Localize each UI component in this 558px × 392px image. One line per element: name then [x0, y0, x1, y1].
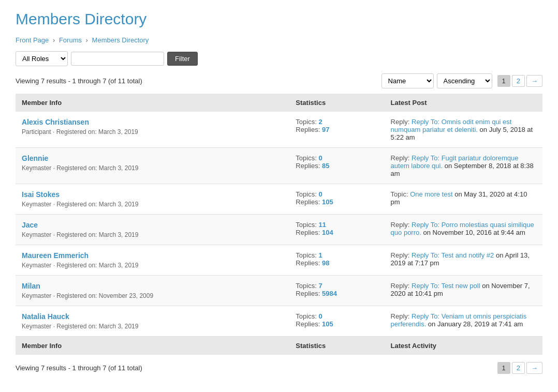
member-name-link[interactable]: Glennie	[22, 154, 283, 162]
replies-stat: Replies: 105	[296, 320, 378, 328]
col-footer-latest-activity: Latest Activity	[385, 337, 542, 355]
member-meta: Keymaster · Registered on: March 3, 2019	[22, 164, 138, 172]
breadcrumb-forums[interactable]: Forums	[59, 36, 82, 44]
member-stats-cell: Topics: 0 Replies: 105	[289, 306, 384, 337]
member-latest-cell: Reply: Reply To: Test new poll on Novemb…	[385, 276, 542, 306]
topics-stat: Topics: 0	[296, 312, 378, 320]
sort-by-select[interactable]: Name Username Email Registered	[381, 73, 434, 88]
member-latest-cell: Reply: Reply To: Test and notify #2 on A…	[385, 245, 542, 276]
member-stats-cell: Topics: 11 Replies: 104	[289, 215, 384, 245]
member-meta: Keymaster · Registered on: March 3, 2019	[22, 231, 138, 238]
col-header-latest-post: Latest Post	[385, 94, 542, 112]
member-info-cell: Glennie Keymaster · Registered on: March…	[16, 148, 289, 184]
member-meta: Keymaster · Registered on: March 3, 2019	[22, 262, 138, 269]
top-bar: Viewing 7 results - 1 through 7 (of 11 t…	[16, 73, 542, 88]
member-name-link[interactable]: Jace	[22, 221, 283, 229]
search-input[interactable]	[71, 52, 164, 66]
bottom-pagination: 1 2 →	[497, 362, 542, 374]
bottom-next-page-link[interactable]: →	[526, 362, 542, 374]
member-meta: Participant · Registered on: March 3, 20…	[22, 128, 138, 135]
member-latest-cell: Reply: Reply To: Fugit pariatur doloremq…	[385, 148, 542, 184]
member-info-cell: Alexis Christiansen Participant · Regist…	[16, 112, 289, 148]
page-title: Members Directory	[16, 10, 542, 28]
top-pagination: 1 2 →	[497, 75, 542, 87]
member-name-link[interactable]: Natalia Hauck	[22, 312, 283, 321]
filter-button[interactable]: Filter	[167, 52, 198, 66]
topics-stat: Topics: 2	[296, 118, 378, 126]
member-latest-cell: Reply: Reply To: Veniam ut omnis perspic…	[385, 306, 542, 337]
table-row: Maureen Emmerich Keymaster · Registered …	[16, 245, 542, 276]
table-row: Milan Keymaster · Registered on: Novembe…	[16, 276, 542, 306]
table-row: Glennie Keymaster · Registered on: March…	[16, 148, 542, 184]
page-1-link[interactable]: 1	[497, 75, 510, 87]
bottom-bar: Viewing 7 results - 1 through 7 (of 11 t…	[16, 362, 542, 374]
member-meta: Keymaster · Registered on: November 23, …	[22, 292, 153, 299]
next-page-link[interactable]: →	[526, 75, 542, 87]
member-stats-cell: Topics: 0 Replies: 85	[289, 148, 384, 184]
replies-stat: Replies: 105	[296, 198, 378, 206]
replies-stat: Replies: 104	[296, 229, 378, 236]
table-row: Natalia Hauck Keymaster · Registered on:…	[16, 306, 542, 337]
member-latest-cell: Topic: One more test on May 31, 2020 at …	[385, 184, 542, 215]
topics-stat: Topics: 1	[296, 251, 378, 259]
replies-stat: Replies: 85	[296, 162, 378, 170]
member-info-cell: Isai Stokes Keymaster · Registered on: M…	[16, 184, 289, 215]
bottom-page-2-link[interactable]: 2	[512, 362, 525, 374]
topics-stat: Topics: 11	[296, 221, 378, 229]
replies-stat: Replies: 5984	[296, 290, 378, 297]
col-footer-statistics: Statistics	[289, 337, 384, 355]
topics-stat: Topics: 7	[296, 282, 378, 290]
topics-stat: Topics: 0	[296, 190, 378, 198]
col-footer-member-info: Member Info	[16, 337, 289, 355]
col-header-statistics: Statistics	[289, 94, 384, 112]
breadcrumb: Front Page › Forums › Members Directory	[16, 36, 542, 44]
sort-order-select[interactable]: Ascending Descending	[437, 73, 492, 88]
table-row: Isai Stokes Keymaster · Registered on: M…	[16, 184, 542, 215]
replies-stat: Replies: 98	[296, 259, 378, 267]
table-row: Alexis Christiansen Participant · Regist…	[16, 112, 542, 148]
member-name-link[interactable]: Alexis Christiansen	[22, 118, 283, 126]
sort-bar: Name Username Email Registered Ascending…	[381, 73, 492, 88]
member-name-link[interactable]: Isai Stokes	[22, 190, 283, 199]
member-meta: Keymaster · Registered on: March 3, 2019	[22, 201, 138, 208]
replies-stat: Replies: 97	[296, 126, 378, 133]
page-2-link[interactable]: 2	[512, 75, 525, 87]
member-stats-cell: Topics: 2 Replies: 97	[289, 112, 384, 148]
members-table: Member Info Statistics Latest Post Alexi…	[16, 94, 542, 355]
member-info-cell: Natalia Hauck Keymaster · Registered on:…	[16, 306, 289, 337]
bottom-results-summary: Viewing 7 results - 1 through 7 (of 11 t…	[16, 364, 142, 372]
table-row: Jace Keymaster · Registered on: March 3,…	[16, 215, 542, 245]
member-info-cell: Maureen Emmerich Keymaster · Registered …	[16, 245, 289, 276]
member-stats-cell: Topics: 1 Replies: 98	[289, 245, 384, 276]
latest-post-link[interactable]: Reply To: Test new poll	[412, 282, 480, 290]
latest-post-link[interactable]: One more test	[410, 190, 452, 198]
member-name-link[interactable]: Maureen Emmerich	[22, 251, 283, 260]
breadcrumb-members-directory[interactable]: Members Directory	[92, 36, 149, 44]
results-summary: Viewing 7 results - 1 through 7 (of 11 t…	[16, 77, 142, 85]
member-stats-cell: Topics: 0 Replies: 105	[289, 184, 384, 215]
bottom-page-1-link[interactable]: 1	[497, 362, 510, 374]
filter-bar: All Roles Keymaster Moderator Participan…	[16, 51, 542, 66]
member-name-link[interactable]: Milan	[22, 282, 283, 290]
member-info-cell: Milan Keymaster · Registered on: Novembe…	[16, 276, 289, 306]
member-meta: Keymaster · Registered on: March 3, 2019	[22, 323, 138, 330]
breadcrumb-frontpage[interactable]: Front Page	[16, 36, 49, 44]
col-header-member-info: Member Info	[16, 94, 289, 112]
member-latest-cell: Reply: Reply To: Omnis odit enim qui est…	[385, 112, 542, 148]
topics-stat: Topics: 0	[296, 154, 378, 162]
roles-filter[interactable]: All Roles Keymaster Moderator Participan…	[16, 51, 68, 66]
latest-post-link[interactable]: Reply To: Test and notify #2	[412, 251, 494, 259]
member-latest-cell: Reply: Reply To: Porro molestias quasi s…	[385, 215, 542, 245]
latest-post-link[interactable]: Reply To: Porro molestias quasi similiqu…	[391, 221, 534, 236]
member-info-cell: Jace Keymaster · Registered on: March 3,…	[16, 215, 289, 245]
member-stats-cell: Topics: 7 Replies: 5984	[289, 276, 384, 306]
